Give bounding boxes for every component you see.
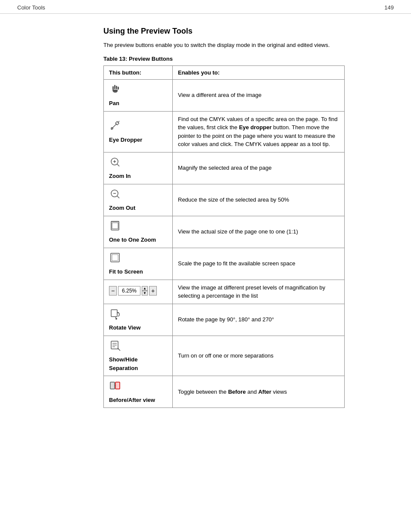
svg-rect-1 — [116, 86, 117, 89]
svg-point-7 — [111, 128, 113, 129]
button-cell: Pan — [104, 79, 173, 111]
button-label: One to One Zoom — [109, 236, 156, 244]
zoom-percentage-icon[interactable]: − ▲ ▼ + — [109, 286, 157, 296]
description-cell: View the image at different preset level… — [173, 280, 345, 304]
zoom-percentage-input[interactable] — [118, 286, 140, 296]
description-text: Reduce the size of the selected area by … — [178, 196, 289, 203]
description-cell: Reduce the size of the selected area by … — [173, 184, 345, 216]
zoom-percentage-control[interactable]: − ▲ ▼ + — [109, 286, 157, 296]
zoom-out-icon — [109, 188, 121, 202]
svg-rect-0 — [114, 85, 115, 89]
description-text: View the actual size of the page one to … — [178, 228, 298, 235]
button-cell: Before/After view — [104, 376, 173, 408]
button-cell: Zoom Out — [104, 184, 173, 216]
section-description: The preview buttons enable you to switch… — [103, 41, 345, 50]
eye-dropper-icon — [109, 119, 121, 134]
before-after-view-icon — [109, 380, 121, 394]
button-cell: Fit to Screen — [104, 248, 173, 280]
description-cell: Turn on or off one or more separations — [173, 336, 345, 376]
zoom-spinner: ▲ ▼ — [142, 286, 148, 296]
preview-buttons-table: This button: Enables you to: PanView a d… — [103, 65, 345, 408]
description-cell: View the actual size of the page one to … — [173, 216, 345, 248]
pan-icon — [109, 83, 121, 98]
button-label: Eye Dropper — [109, 136, 142, 144]
table-row: One to One ZoomView the actual size of t… — [104, 216, 345, 248]
svg-rect-31 — [110, 382, 115, 389]
description-cell: Rotate the page by 90°, 180° and 270° — [173, 304, 345, 336]
description-text: Rotate the page by 90°, 180° and 270° — [178, 316, 274, 323]
button-label: Rotate View — [109, 324, 140, 332]
table-row: − ▲ ▼ + View the image at different pres… — [104, 280, 345, 304]
button-label: Show/Hide Separation — [109, 355, 167, 372]
description-cell: Toggle between the Before and After view… — [173, 376, 345, 408]
description-cell: Scale the page to fit the available scre… — [173, 248, 345, 280]
section-title: Using the Preview Tools — [103, 27, 394, 36]
button-cell: − ▲ ▼ + — [104, 280, 173, 304]
zoom-spinner-down[interactable]: ▼ — [142, 291, 148, 296]
button-cell: One to One Zoom — [104, 216, 173, 248]
description-cell: Find out the CMYK values of a specific a… — [173, 111, 345, 152]
svg-line-12 — [117, 164, 119, 166]
show-hide-separation-icon — [109, 339, 121, 354]
main-content: Using the Preview Tools The preview butt… — [0, 14, 411, 425]
button-label: Before/After view — [109, 396, 155, 404]
svg-rect-32 — [115, 382, 120, 389]
fit-to-screen-icon — [109, 252, 121, 266]
table-row: Zoom InMagnify the selected area of the … — [104, 152, 345, 184]
table-row: Rotate ViewRotate the page by 90°, 180° … — [104, 304, 345, 336]
zoom-plus-button[interactable]: + — [149, 286, 157, 296]
svg-line-29 — [118, 348, 120, 351]
table-row: Show/Hide SeparationTurn on or off one o… — [104, 336, 345, 376]
zoom-spinner-up[interactable]: ▲ — [142, 286, 148, 291]
svg-rect-2 — [112, 86, 114, 90]
table-caption: Table 13: Preview Buttons — [103, 56, 394, 62]
page-header: Color Tools 149 — [0, 0, 411, 14]
zoom-in-icon — [109, 156, 121, 171]
button-label: Fit to Screen — [109, 268, 143, 276]
svg-point-30 — [118, 348, 119, 349]
one-to-one-zoom-icon — [109, 220, 121, 234]
svg-rect-3 — [118, 87, 119, 90]
table-row: Eye DropperFind out the CMYK values of a… — [104, 111, 345, 152]
table-row: Fit to ScreenScale the page to fit the a… — [104, 248, 345, 280]
button-cell: Eye Dropper — [104, 111, 173, 152]
description-text: Magnify the selected area of the page — [178, 165, 272, 171]
description-text: Turn on or off one or more separations — [178, 352, 274, 359]
table-row: PanView a different area of the image — [104, 79, 345, 111]
table-row: Before/After viewToggle between the Befo… — [104, 376, 345, 408]
table-row: Zoom OutReduce the size of the selected … — [104, 184, 345, 216]
zoom-minus-button[interactable]: − — [109, 286, 117, 296]
button-label: Pan — [109, 99, 119, 108]
button-label: Zoom In — [109, 172, 131, 180]
page-header-title: Color Tools — [17, 4, 45, 11]
description-cell: View a different area of the image — [173, 79, 345, 111]
button-cell: Show/Hide Separation — [104, 336, 173, 376]
button-cell: Zoom In — [104, 152, 173, 184]
description-text: View a different area of the image — [178, 92, 262, 98]
description-text: Scale the page to fit the available scre… — [178, 260, 295, 267]
description-text: Find out the CMYK values of a specific a… — [178, 116, 337, 148]
svg-rect-20 — [112, 255, 118, 261]
col-header-button: This button: — [104, 65, 173, 79]
svg-rect-21 — [111, 310, 117, 317]
rotate-view-icon — [109, 308, 121, 322]
svg-line-15 — [117, 196, 119, 198]
svg-rect-17 — [112, 223, 118, 229]
description-cell: Magnify the selected area of the page — [173, 152, 345, 184]
description-text: View the image at different preset level… — [178, 284, 325, 299]
button-cell: Rotate View — [104, 304, 173, 336]
button-label: Zoom Out — [109, 204, 135, 212]
description-text: Toggle between the Before and After view… — [178, 389, 287, 395]
page-number: 149 — [384, 4, 394, 11]
col-header-enables: Enables you to: — [173, 65, 345, 79]
svg-point-24 — [115, 318, 117, 320]
